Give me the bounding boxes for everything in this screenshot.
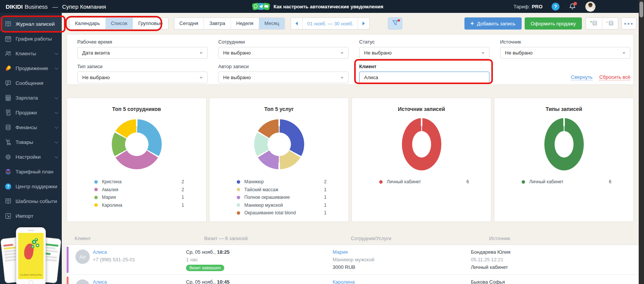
receipt-icon — [4, 109, 12, 116]
filter-label-work-time: Рабочее время — [77, 39, 208, 45]
filter-input-client[interactable]: Алиса — [359, 72, 489, 83]
sidebar-item-messages[interactable]: Сообщения — [0, 76, 62, 91]
legend-value: 1 — [317, 187, 327, 192]
visit-datetime: Ср, 05 нояб., 18:25 — [186, 248, 333, 256]
chart-card-top-employees: Топ 5 сотрудников Кристина2Амалия2Мария1… — [67, 98, 206, 222]
sidebar-item-schedule[interactable]: График работы — [0, 31, 62, 46]
scrollbar-thumb[interactable] — [639, 2, 643, 17]
add-payment-button[interactable]: + — [586, 18, 602, 29]
filter-field-employees: СотрудникиНе выбрано — [218, 39, 349, 59]
sidebar-item-support[interactable]: ?Центр поддержки — [0, 179, 62, 194]
legend-label: Мария — [102, 195, 174, 200]
chevron-down-icon — [55, 140, 58, 144]
status-badge: Визит завершен — [186, 265, 224, 271]
legend-dot — [237, 211, 240, 215]
visit-cell: Ср, 05 нояб., 18:251 часВизит завершен — [186, 248, 333, 272]
source-cell: Бондарева Юлия05.11.25 12:21Личный кабин… — [471, 248, 639, 272]
next-period-button[interactable] — [358, 18, 369, 29]
legend-item: Маникюр мужской1 — [237, 201, 327, 209]
sidebar-item-promotion[interactable]: Продвижение — [0, 61, 62, 76]
date-range-button[interactable]: 01 нояб. — 30 нояб. — [302, 18, 358, 29]
svg-text:-: - — [606, 20, 607, 24]
donut-chart-services[interactable] — [254, 119, 304, 169]
coins-icon — [4, 124, 12, 131]
notification-dot — [574, 2, 577, 5]
sidebar-item-clients[interactable]: Клиенты — [0, 46, 62, 61]
tariff-value: PRO — [532, 4, 542, 9]
filter-field-status: СтатусНе выбрано — [359, 39, 489, 59]
chart-title: Топ 5 сотрудников — [67, 106, 206, 112]
sidebar-item-finance[interactable]: Финансы — [0, 120, 62, 135]
legend-value: 6 — [459, 179, 469, 184]
app-logo[interactable]: DIKIDI Business — Супер Компания — [6, 0, 106, 13]
filter-select-author[interactable]: Не выбрано — [218, 72, 349, 83]
filter-field-source: ИсточникНе выбрано — [500, 39, 630, 59]
client-name-link[interactable]: Алиса — [93, 278, 186, 284]
sidebar-item-import[interactable]: Импорт — [0, 209, 62, 223]
period-tab-tomorrow[interactable]: Завтра — [203, 18, 230, 29]
period-tab-today[interactable]: Сегодня — [174, 18, 204, 29]
filter-select-employees[interactable]: Не выбрано — [218, 47, 349, 59]
donut-chart-types[interactable] — [544, 118, 584, 170]
table-row[interactable]: АлАлиса+7 (998) 531-25-01Ср, 05 нояб., 1… — [67, 245, 639, 275]
checkout-sale-button[interactable]: Оформить продажу — [525, 17, 582, 30]
service-price: 3000 RUB — [333, 264, 471, 271]
period-tab-month[interactable]: Месяц — [259, 18, 284, 29]
legend-dot — [522, 180, 525, 184]
filter-select-work-time[interactable]: Дата визита — [77, 47, 208, 59]
sidebar-item-label: Сообщения — [16, 80, 57, 86]
legend-label: Окрашивание total blond — [244, 210, 317, 215]
view-tab-calendar[interactable]: Календарь — [70, 18, 105, 29]
filter-field-author: Автор записиНе выбрано — [218, 64, 349, 83]
sidebar-item-label: Продвижение — [16, 66, 55, 71]
remove-payment-button[interactable]: - — [602, 18, 618, 29]
sidebar-item-tariff-plan[interactable]: Тарифный план — [0, 164, 62, 179]
chart-title: Источник записей — [352, 106, 491, 112]
sidebar-item-label: Импорт — [16, 213, 57, 219]
filter-select-record-type[interactable]: Не выбрано — [77, 72, 208, 83]
promo-text: Как настроить автоматические уведомления — [274, 4, 383, 9]
layers-icon — [4, 168, 12, 175]
view-tab-group[interactable]: Групповые — [133, 18, 168, 29]
mobile-app-promo-image[interactable]: САЛОН КРАСОТЫ — [0, 226, 62, 284]
more-actions-button[interactable]: ●●● — [621, 17, 636, 30]
legend-item: Окрашивание total blond1 — [237, 209, 327, 217]
sidebar-item-settings[interactable]: Настройки — [0, 150, 62, 164]
legend-label: Полное окрашивание — [244, 195, 317, 200]
visit-time: 18:25 — [217, 249, 230, 255]
prev-period-button[interactable] — [291, 18, 302, 29]
sidebar-item-goods[interactable]: Товары — [0, 135, 62, 150]
table-row[interactable]: АлАлиса+7 (998) 531-25-01Ср, 05 нояб., 1… — [67, 275, 639, 284]
sidebar-item-label: Зарплата — [16, 95, 55, 101]
sidebar-item-journal[interactable]: Журнал записей — [0, 17, 62, 31]
collapse-filters-link[interactable]: Свернуть — [571, 74, 592, 80]
filter-select-source[interactable]: Не выбрано — [500, 47, 630, 59]
sidebar-item-salary[interactable]: Зарплата — [0, 91, 62, 105]
sidebar-item-label: Тарифный план — [16, 169, 57, 175]
sidebar-item-label: Товары — [16, 139, 55, 145]
reset-all-link[interactable]: Сбросить всё — [599, 74, 630, 80]
view-tab-list[interactable]: Список — [105, 18, 133, 29]
employee-name-link[interactable]: Каролина — [333, 278, 471, 284]
help-icon[interactable]: ? — [552, 3, 560, 11]
donut-chart-employees[interactable] — [112, 119, 162, 169]
page-scrollbar[interactable] — [639, 0, 644, 284]
notifications-bell-icon[interactable] — [569, 3, 576, 10]
legend-value: 1 — [317, 210, 327, 215]
client-name-link[interactable]: Алиса — [93, 248, 186, 256]
sidebar-item-event-templates[interactable]: Шаблоны событий — [0, 194, 62, 209]
sidebar-item-label: График работы — [16, 36, 57, 42]
view-tabs: КалендарьСписокГрупповые — [69, 17, 169, 30]
sidebar-item-sales[interactable]: Продажи — [0, 105, 62, 120]
user-avatar[interactable] — [585, 2, 596, 12]
filter-select-status[interactable]: Не выбрано — [359, 47, 489, 59]
period-tab-week[interactable]: Неделя — [231, 18, 259, 29]
chevron-down-icon — [55, 95, 58, 99]
employee-name-link[interactable]: Мария — [333, 248, 471, 256]
legend-label: Тайский массаж — [244, 187, 317, 192]
add-record-button[interactable]: + Добавить запись — [464, 17, 522, 30]
filter-value: Дата визита — [82, 50, 110, 56]
donut-chart-sources[interactable] — [402, 118, 441, 170]
filter-button[interactable] — [388, 17, 402, 30]
notifications-promo-banner[interactable]: Как настроить автоматические уведомления — [252, 0, 383, 13]
